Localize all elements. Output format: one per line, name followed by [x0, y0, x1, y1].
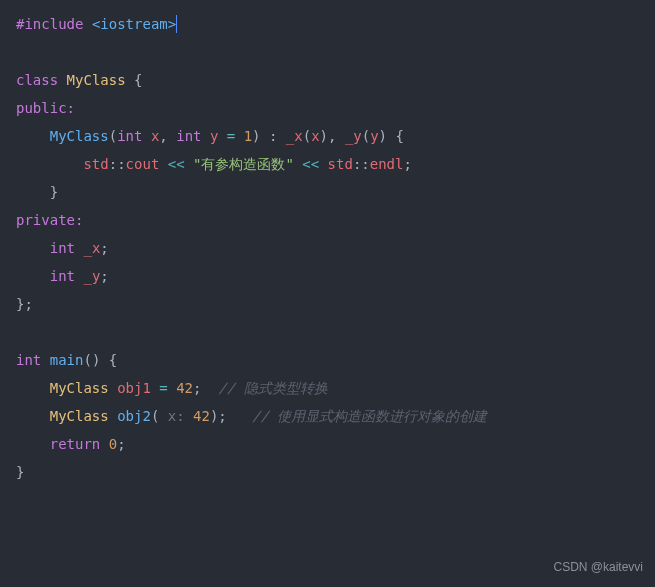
- number-literal: 0: [109, 436, 117, 452]
- code-line-6: std::cout << "有参构造函数" << std::endl;: [16, 150, 639, 178]
- string-literal: "有参构造函数": [193, 156, 294, 172]
- class-close: };: [16, 296, 33, 312]
- type-int: int: [117, 128, 142, 144]
- preprocessor-directive: #include: [16, 16, 83, 32]
- access-specifier-public: public:: [16, 100, 75, 116]
- number-literal: 1: [244, 128, 252, 144]
- code-line-blank: [16, 318, 639, 346]
- number-literal: 42: [193, 408, 210, 424]
- code-line-blank: [16, 38, 639, 66]
- code-line-3: class MyClass {: [16, 66, 639, 94]
- watermark: CSDN @kaitevvi: [553, 555, 643, 579]
- code-line-4: public:: [16, 94, 639, 122]
- param-hint: x:: [168, 408, 185, 424]
- type-myclass: MyClass: [50, 380, 109, 396]
- member-x: _x: [83, 240, 100, 256]
- var-obj2: obj2: [117, 408, 151, 424]
- type-int: int: [50, 268, 75, 284]
- member-y: _y: [83, 268, 100, 284]
- class-name: MyClass: [67, 72, 126, 88]
- access-specifier-private: private:: [16, 212, 83, 228]
- brace-close: }: [16, 464, 24, 480]
- code-line-15: MyClass obj2( x: 42); // 使用显式构造函数进行对象的创建: [16, 402, 639, 430]
- code-line-8: private:: [16, 206, 639, 234]
- code-line-13: int main() {: [16, 346, 639, 374]
- comment: // 隐式类型转换: [218, 380, 327, 396]
- code-line-17: }: [16, 458, 639, 486]
- number-literal: 42: [176, 380, 193, 396]
- angle-bracket-close: >: [168, 16, 176, 32]
- code-line-7: }: [16, 178, 639, 206]
- constructor-name: MyClass: [50, 128, 109, 144]
- code-line-16: return 0;: [16, 430, 639, 458]
- function-main: main: [50, 352, 84, 368]
- type-int: int: [16, 352, 41, 368]
- code-editor[interactable]: #include <iostream> class MyClass { publ…: [16, 10, 639, 486]
- code-line-10: int _y;: [16, 262, 639, 290]
- var-obj1: obj1: [117, 380, 151, 396]
- brace-open: {: [126, 72, 143, 88]
- code-line-9: int _x;: [16, 234, 639, 262]
- code-line-11: };: [16, 290, 639, 318]
- code-line-14: MyClass obj1 = 42; // 隐式类型转换: [16, 374, 639, 402]
- type-int: int: [50, 240, 75, 256]
- namespace-std: std: [83, 156, 108, 172]
- type-int: int: [176, 128, 201, 144]
- type-myclass: MyClass: [50, 408, 109, 424]
- namespace-std: std: [328, 156, 353, 172]
- member-x: _x: [286, 128, 303, 144]
- keyword-return: return: [50, 436, 101, 452]
- cout: cout: [126, 156, 160, 172]
- brace-close: }: [50, 184, 58, 200]
- endl: endl: [370, 156, 404, 172]
- member-y: _y: [345, 128, 362, 144]
- code-line-1: #include <iostream>: [16, 10, 639, 38]
- text-cursor: [176, 15, 177, 33]
- comment: // 使用显式构造函数进行对象的创建: [252, 408, 487, 424]
- keyword-class: class: [16, 72, 58, 88]
- code-line-5: MyClass(int x, int y = 1) : _x(x), _y(y)…: [16, 122, 639, 150]
- header-name: iostream: [100, 16, 167, 32]
